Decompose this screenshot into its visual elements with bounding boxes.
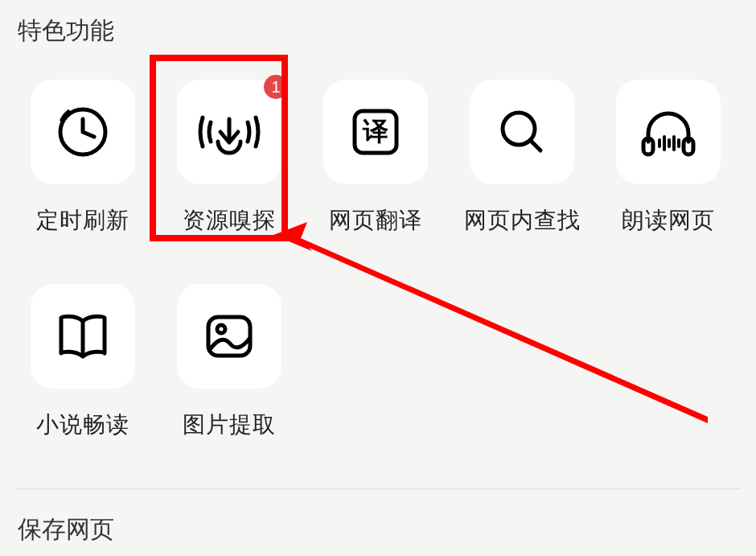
feature-label: 资源嗅探 [183, 205, 276, 236]
features-grid: 定时刷新 1 资源嗅探 译 网页翻译 [0, 56, 756, 488]
feature-page-translate[interactable]: 译 网页翻译 [302, 80, 449, 236]
feature-novel-read[interactable]: 小说畅读 [10, 284, 156, 440]
image-icon [177, 284, 281, 389]
svg-point-7 [217, 325, 225, 333]
feature-timed-refresh[interactable]: 定时刷新 [10, 80, 156, 236]
sniffer-icon [177, 80, 281, 184]
feature-find-in-page[interactable]: 网页内查找 [449, 80, 595, 236]
feature-resource-sniff[interactable]: 1 资源嗅探 [156, 80, 302, 236]
feature-label: 网页内查找 [464, 205, 581, 236]
feature-label: 定时刷新 [36, 205, 129, 236]
feature-read-aloud[interactable]: 朗读网页 [595, 80, 742, 236]
clock-icon [31, 80, 135, 184]
headphones-icon [616, 80, 721, 184]
badge-count: 1 [264, 75, 288, 99]
section-title-save: 保存网页 [0, 489, 756, 554]
search-icon [470, 80, 574, 184]
translate-icon: 译 [323, 80, 428, 184]
feature-label: 图片提取 [183, 410, 276, 440]
feature-image-extract[interactable]: 图片提取 [156, 284, 302, 440]
feature-label: 小说畅读 [36, 410, 129, 440]
svg-text:译: 译 [362, 117, 388, 146]
book-icon [31, 284, 135, 389]
section-title-features: 特色功能 [0, 0, 756, 56]
feature-label: 网页翻译 [329, 205, 422, 236]
feature-label: 朗读网页 [622, 205, 715, 236]
svg-rect-6 [208, 317, 250, 356]
